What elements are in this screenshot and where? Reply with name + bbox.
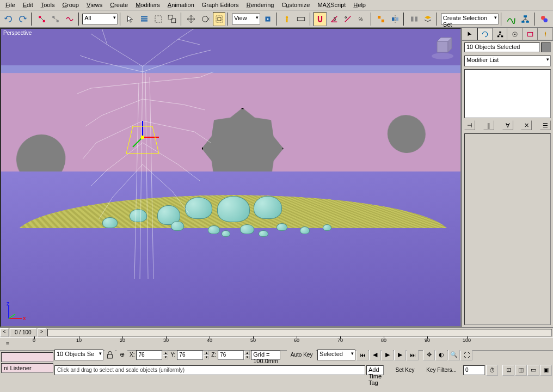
window-crossing-button[interactable] bbox=[165, 12, 179, 26]
menu-help[interactable]: Help bbox=[350, 1, 369, 9]
named-sel-set-button[interactable] bbox=[374, 12, 388, 26]
modifier-list-dropdown[interactable]: Modifier List bbox=[464, 56, 551, 66]
y-coord-input[interactable] bbox=[177, 350, 203, 360]
menu-views[interactable]: Views bbox=[83, 1, 106, 9]
prev-frame-button[interactable]: ◀ bbox=[369, 350, 381, 360]
snap-toggle-button[interactable] bbox=[314, 12, 327, 26]
z-spin-down[interactable]: ▼ bbox=[244, 355, 250, 359]
manipulate-button[interactable] bbox=[280, 12, 293, 26]
time-slider-thumb[interactable]: 0 / 100 bbox=[10, 328, 36, 336]
nav-minmax-button[interactable]: ▣ bbox=[540, 365, 552, 376]
nav-pan-button[interactable]: ✥ bbox=[423, 350, 435, 360]
nav-zoom-ext-button[interactable]: ⊡ bbox=[502, 365, 514, 376]
menu-group[interactable]: Group bbox=[59, 1, 82, 9]
pivot-center-button[interactable] bbox=[261, 12, 274, 26]
goto-start-button[interactable]: ⏮ bbox=[357, 350, 368, 360]
lock-selection-button[interactable] bbox=[105, 350, 115, 360]
transform-type-button[interactable]: ⊕ bbox=[116, 350, 127, 360]
play-button[interactable]: ▶ bbox=[382, 350, 394, 360]
status-selection-dropdown[interactable]: 10 Objects Se bbox=[54, 350, 103, 360]
time-config-button[interactable]: ⏱ bbox=[486, 365, 498, 376]
menu-rendering[interactable]: Rendering bbox=[243, 1, 278, 9]
z-coord-group: Z: ▲▼ bbox=[210, 350, 250, 360]
menu-file[interactable]: File bbox=[2, 1, 19, 9]
x-coord-input[interactable] bbox=[136, 350, 162, 360]
time-tag-field[interactable]: Add Time Tag bbox=[366, 365, 384, 375]
redo-button[interactable] bbox=[16, 12, 29, 26]
key-filters-button[interactable]: Key Filters... bbox=[421, 363, 462, 377]
show-end-result-button[interactable]: ‖ bbox=[483, 120, 494, 130]
schematic-view-button[interactable] bbox=[519, 12, 532, 26]
link-button[interactable] bbox=[35, 12, 48, 26]
remove-modifier-button[interactable]: ✕ bbox=[521, 120, 532, 130]
menu-grapheditors[interactable]: Graph Editors bbox=[199, 1, 242, 9]
menu-edit[interactable]: Edit bbox=[20, 1, 36, 9]
pin-stack-button[interactable]: ⊣ bbox=[464, 120, 475, 130]
x-spin-down[interactable]: ▼ bbox=[163, 355, 168, 359]
goto-end-button[interactable]: ⏭ bbox=[407, 350, 419, 360]
tab-modify[interactable] bbox=[477, 28, 493, 40]
spinner-snap-button[interactable]: % bbox=[355, 12, 368, 26]
unlink-button[interactable] bbox=[49, 12, 62, 26]
tab-create[interactable] bbox=[462, 28, 477, 40]
listener-field[interactable]: ni Listener bbox=[1, 363, 53, 373]
curve-editor-button[interactable] bbox=[505, 12, 518, 26]
layers-button[interactable] bbox=[422, 12, 435, 26]
percent-snap-button[interactable] bbox=[341, 12, 354, 26]
tab-display[interactable] bbox=[523, 28, 538, 40]
tab-utilities[interactable] bbox=[538, 28, 553, 40]
undo-button[interactable] bbox=[2, 12, 15, 26]
y-spin-up[interactable]: ▲ bbox=[204, 351, 209, 355]
z-spin-up[interactable]: ▲ bbox=[244, 351, 250, 355]
track-bar[interactable]: ≡ 0 10 20 30 40 50 60 70 80 90 100 bbox=[0, 337, 553, 350]
configure-sets-button[interactable]: ☰ bbox=[540, 120, 551, 130]
named-selection-sets-dropdown[interactable]: Create Selection Set bbox=[441, 14, 499, 24]
time-slider-next[interactable]: > bbox=[38, 328, 46, 337]
scale-button[interactable] bbox=[213, 12, 226, 26]
x-spin-up[interactable]: ▲ bbox=[163, 351, 168, 355]
select-region-button[interactable] bbox=[152, 12, 165, 26]
material-editor-button[interactable] bbox=[538, 12, 551, 26]
viewport-perspective[interactable]: Perspective bbox=[0, 28, 462, 327]
keymode-dropdown[interactable]: Selected bbox=[317, 350, 355, 360]
tab-motion[interactable] bbox=[507, 28, 523, 40]
ref-coord-dropdown[interactable]: View bbox=[232, 14, 260, 24]
time-slider[interactable]: < 0 / 100 > bbox=[0, 327, 553, 337]
nav-max-button[interactable]: ⛶ bbox=[460, 350, 472, 360]
modifier-stack[interactable] bbox=[464, 69, 551, 118]
object-color-swatch[interactable] bbox=[541, 42, 551, 52]
selection-filter-dropdown[interactable]: All bbox=[82, 14, 118, 24]
trackbar-toggle-button[interactable]: ≡ bbox=[2, 339, 13, 348]
time-slider-track[interactable] bbox=[47, 329, 552, 336]
z-coord-input[interactable] bbox=[218, 350, 244, 360]
rotate-button[interactable] bbox=[199, 12, 212, 26]
menu-create[interactable]: Create bbox=[107, 1, 131, 9]
menu-tools[interactable]: Tools bbox=[38, 1, 58, 9]
menu-maxscript[interactable]: MAXScript bbox=[314, 1, 349, 9]
align-button[interactable] bbox=[408, 12, 421, 26]
time-slider-prev[interactable]: < bbox=[0, 328, 9, 337]
make-unique-button[interactable]: ∀ bbox=[502, 120, 513, 130]
angle-snap-button[interactable]: 3 bbox=[328, 12, 341, 26]
nav-zoom-button[interactable]: 🔍 bbox=[448, 350, 460, 360]
select-object-button[interactable] bbox=[124, 12, 137, 26]
mirror-button[interactable] bbox=[389, 12, 402, 26]
svg-rect-26 bbox=[411, 16, 414, 21]
nav-region-button[interactable]: ▭ bbox=[527, 365, 539, 376]
selection-name-field[interactable]: 10 Objects Selected bbox=[464, 42, 540, 52]
select-by-name-button[interactable] bbox=[138, 12, 151, 26]
nav-arc-button[interactable]: ◐ bbox=[435, 350, 447, 360]
next-frame-button[interactable]: ▶ bbox=[394, 350, 406, 360]
nav-fov-button[interactable]: ◫ bbox=[515, 365, 527, 376]
viewcube-icon[interactable] bbox=[429, 33, 456, 60]
tab-hierarchy[interactable] bbox=[493, 28, 508, 40]
menu-modifiers[interactable]: Modifiers bbox=[132, 1, 163, 9]
y-spin-down[interactable]: ▼ bbox=[204, 355, 209, 359]
menu-animation[interactable]: Animation bbox=[164, 1, 198, 9]
keyboard-shortcut-button[interactable] bbox=[294, 12, 308, 26]
bind-spacewarp-button[interactable] bbox=[63, 12, 76, 26]
menu-customize[interactable]: Customize bbox=[278, 1, 313, 9]
setkey-button[interactable]: Set Key bbox=[390, 363, 420, 377]
current-frame-input[interactable] bbox=[463, 365, 485, 375]
move-button[interactable] bbox=[185, 12, 198, 26]
